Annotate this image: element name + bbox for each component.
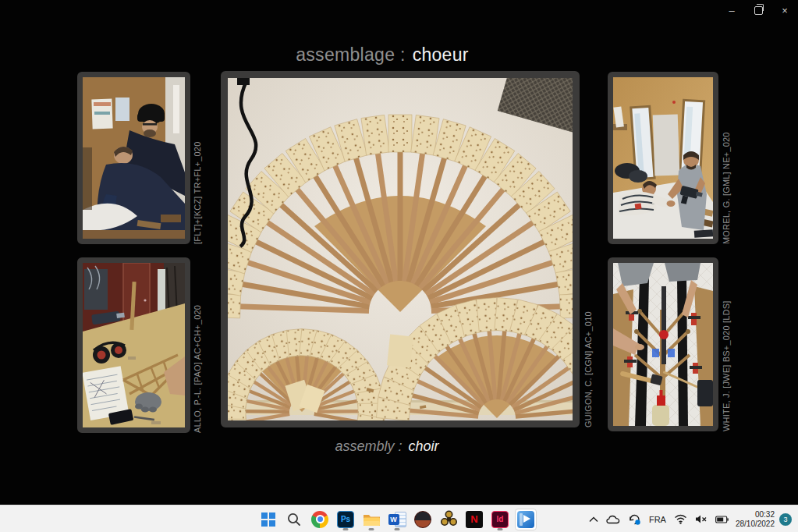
notification-badge[interactable]: 3	[779, 513, 792, 526]
minimize-icon: –	[729, 5, 734, 16]
sync-update-icon	[628, 513, 641, 525]
spinner-app-icon	[440, 510, 458, 528]
photo-bottom-left-frame	[77, 257, 190, 433]
search-button[interactable]	[283, 509, 305, 530]
close-icon: ×	[782, 5, 788, 16]
taskbar-icons: Ps W	[257, 505, 537, 532]
clock-time: 00:32	[736, 510, 775, 520]
wifi-icon	[674, 514, 687, 524]
slide-title-prefix: assemblage :	[296, 44, 405, 66]
restore-button[interactable]	[745, 0, 771, 20]
photo-bottom-right-illustration	[613, 263, 713, 426]
running-indicator	[343, 528, 349, 530]
running-indicator	[395, 528, 400, 530]
tray-overflow-button[interactable]	[585, 509, 602, 530]
language-indicator[interactable]: FRA	[645, 509, 670, 530]
photo-top-left-frame	[77, 72, 190, 244]
photo-main-frame	[221, 71, 580, 427]
photo-top-left-illustration	[83, 77, 185, 239]
caption-bottom-right: WHITE, J. [JWE] BS+_020 [LDS]	[722, 257, 734, 431]
battery-button[interactable]	[711, 509, 732, 530]
round-app-icon	[414, 511, 431, 528]
close-button[interactable]: ×	[771, 0, 798, 20]
chrome-icon	[311, 511, 328, 528]
windows-logo-icon	[261, 512, 275, 527]
clock-date: 28/10/2022	[736, 520, 775, 529]
word-button[interactable]: W	[386, 509, 408, 530]
caption-top-right: MOREL, G. [GML] NE+_020	[722, 72, 734, 244]
photo-top-right-frame	[608, 72, 718, 244]
volume-button[interactable]	[691, 509, 711, 530]
photo-bottom-left-illustration	[83, 263, 185, 427]
caption-main: GUIGON, C. [CGN] AC+_010	[583, 71, 596, 427]
caption-top-left: [FLT]+[KCZ] TR+FL+_020	[193, 72, 205, 244]
volume-muted-icon	[695, 514, 708, 524]
file-explorer-icon	[363, 512, 381, 527]
photo-main-illustration	[228, 78, 573, 420]
media-player-icon	[517, 511, 534, 528]
slide-subtitle-prefix: assembly :	[335, 438, 402, 455]
desktop-screen: – × assemblage : choeur	[0, 0, 798, 532]
restore-icon	[754, 6, 763, 15]
indesign-button[interactable]: Id	[489, 509, 511, 530]
start-button[interactable]	[257, 509, 279, 530]
spinner-app-button[interactable]	[438, 509, 459, 530]
media-player-button[interactable]	[515, 509, 537, 530]
taskbar: Ps W	[0, 505, 798, 532]
slide-subtitle: assembly : choir	[0, 438, 774, 455]
round-app-button[interactable]	[412, 509, 434, 530]
chevron-up-icon	[589, 516, 598, 523]
clock[interactable]: 00:32 28/10/2022	[732, 510, 779, 529]
battery-icon	[715, 516, 729, 523]
word-icon: W	[388, 511, 406, 528]
minimize-button[interactable]: –	[718, 0, 745, 20]
netflix-icon: N	[466, 511, 483, 528]
running-indicator	[369, 528, 374, 530]
photoshop-icon: Ps	[337, 511, 354, 528]
onedrive-button[interactable]	[602, 509, 624, 530]
photoshop-button[interactable]: Ps	[335, 509, 356, 530]
sync-status-button[interactable]	[624, 509, 645, 530]
wifi-button[interactable]	[670, 509, 691, 530]
onedrive-cloud-icon	[606, 515, 620, 524]
indesign-icon: Id	[491, 511, 509, 528]
window-controls: – ×	[718, 0, 798, 20]
chrome-button[interactable]	[309, 509, 331, 530]
system-tray: FRA	[585, 505, 798, 532]
search-icon	[286, 512, 302, 527]
photo-bottom-right-frame	[608, 257, 718, 431]
photo-top-right-illustration	[613, 77, 713, 239]
slide-title-word: choeur	[413, 44, 469, 66]
file-explorer-button[interactable]	[360, 509, 382, 530]
running-indicator	[498, 528, 503, 530]
caption-bottom-left: ALLO, P.-L. [PAO] AC+CH+_020	[193, 257, 205, 433]
slide-subtitle-word: choir	[409, 438, 439, 455]
netflix-button[interactable]: N	[463, 509, 485, 530]
slide-title: assemblage : choeur	[0, 44, 764, 66]
